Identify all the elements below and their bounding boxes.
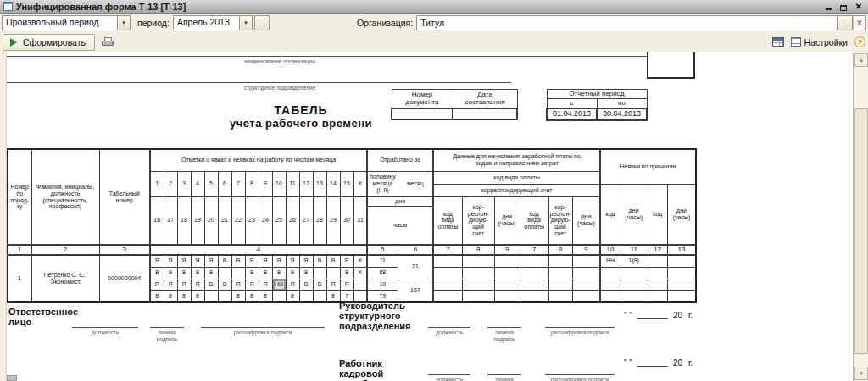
scroll-up-button[interactable]: ▲ [854, 53, 868, 67]
absence-dh-cell[interactable] [667, 267, 696, 279]
absence-code-cell[interactable]: НН [600, 255, 620, 267]
organization-input[interactable] [416, 15, 837, 30]
pay-cell[interactable] [494, 267, 520, 279]
day-mark-cell[interactable]: Я [326, 279, 340, 290]
pay-cell[interactable] [520, 267, 548, 279]
day-hours-cell[interactable]: 8 [191, 267, 204, 279]
row-number-cell[interactable]: 1 [8, 255, 31, 302]
chevron-down-icon[interactable]: ▼ [117, 16, 130, 30]
day-hours-cell[interactable] [218, 290, 231, 302]
day-mark-cell[interactable]: Я [245, 255, 259, 267]
table-view-icon[interactable] [772, 37, 784, 47]
days-half1-cell[interactable]: 11 [367, 255, 398, 267]
pay-cell[interactable] [494, 290, 520, 302]
absence-dh-cell[interactable] [667, 279, 696, 290]
absence-code-cell[interactable] [648, 290, 667, 302]
pay-cell[interactable] [494, 279, 520, 290]
pay-cell[interactable] [520, 290, 548, 302]
day-hours-cell[interactable] [231, 267, 245, 279]
close-button[interactable]: ✕ [853, 2, 865, 11]
day-hours-cell[interactable]: 8 [245, 267, 259, 279]
day-mark-cell[interactable]: Я [259, 279, 272, 290]
day-mark-cell[interactable]: Я [204, 255, 218, 267]
day-mark-cell[interactable]: В [326, 255, 340, 267]
day-mark-cell[interactable]: X [353, 255, 367, 267]
doc-number-value[interactable] [392, 108, 453, 119]
absence-dh-cell[interactable]: 1(8) [620, 255, 648, 267]
day-hours-cell[interactable]: X [353, 267, 367, 279]
absence-code-cell[interactable] [648, 267, 667, 279]
hours-month-cell[interactable]: 167 [398, 279, 433, 302]
absence-code-cell[interactable] [600, 290, 620, 302]
pay-cell[interactable] [494, 255, 520, 267]
pay-cell[interactable] [462, 255, 494, 267]
pay-cell[interactable] [548, 267, 572, 279]
pay-cell[interactable] [462, 279, 494, 290]
period-type-select[interactable]: Произвольный период ▼ [2, 15, 131, 30]
day-mark-cell[interactable]: Я [259, 255, 272, 267]
organization-clear-button[interactable]: ✕ [853, 15, 866, 30]
absence-dh-cell[interactable] [620, 279, 648, 290]
pay-cell[interactable] [572, 279, 600, 290]
day-hours-cell[interactable] [313, 267, 326, 279]
doc-date-value[interactable] [453, 108, 517, 119]
day-hours-cell[interactable]: 8 [150, 267, 164, 279]
pay-cell[interactable] [433, 279, 462, 290]
vertical-scrollbar[interactable]: ▲ ▼ [853, 52, 868, 381]
day-mark-cell[interactable]: В [313, 279, 326, 290]
day-hours-cell[interactable] [272, 290, 286, 302]
absence-code-cell[interactable] [600, 279, 620, 290]
restore-button[interactable] [837, 2, 849, 11]
day-mark-cell[interactable]: В [313, 255, 326, 267]
day-hours-cell[interactable]: 8 [150, 290, 164, 302]
pay-cell[interactable] [520, 279, 548, 290]
period-to-value[interactable]: 30.04.2013 [597, 108, 647, 120]
chevron-down-icon[interactable]: ▼ [239, 16, 252, 30]
day-mark-cell[interactable]: Я [340, 279, 353, 290]
day-mark-cell[interactable]: Я [191, 279, 204, 290]
pay-cell[interactable] [520, 255, 548, 267]
period-from-value[interactable]: 01.04.2013 [547, 108, 597, 120]
absence-code-cell[interactable] [648, 279, 667, 290]
period-more-button[interactable]: ... [254, 15, 270, 30]
period-select[interactable]: Апрель 2013 ▼ [173, 15, 253, 30]
pay-cell[interactable] [548, 255, 572, 267]
print-button[interactable] [98, 34, 117, 51]
day-mark-cell[interactable]: Я [150, 279, 164, 290]
day-mark-cell[interactable]: В [299, 279, 313, 290]
organization-select-button[interactable]: ... [837, 15, 853, 30]
day-mark-cell[interactable]: В [204, 279, 218, 290]
day-hours-cell[interactable]: 8 [286, 290, 299, 302]
absence-dh-cell[interactable] [620, 290, 648, 302]
pay-cell[interactable] [548, 279, 572, 290]
day-mark-cell[interactable]: В [218, 279, 231, 290]
day-mark-cell[interactable]: Я [150, 255, 164, 267]
absence-dh-cell[interactable] [667, 290, 696, 302]
day-hours-cell[interactable]: 8 [259, 290, 272, 302]
days-month-cell[interactable]: 21 [398, 255, 433, 279]
day-hours-cell[interactable]: 8 [191, 290, 204, 302]
selected-day-mark-cell[interactable]: НН [272, 279, 286, 290]
day-mark-cell[interactable]: Я [286, 279, 299, 290]
day-mark-cell[interactable]: В [231, 255, 245, 267]
day-mark-cell[interactable]: Я [177, 279, 191, 290]
day-hours-cell[interactable]: 8 [177, 267, 191, 279]
generate-button[interactable]: Сформировать [3, 34, 95, 51]
pay-cell[interactable] [433, 290, 462, 302]
pay-cell[interactable] [572, 290, 600, 302]
day-mark-cell[interactable] [353, 279, 367, 290]
pay-cell[interactable] [462, 290, 494, 302]
pay-cell[interactable] [433, 267, 462, 279]
day-mark-cell[interactable]: Я [164, 255, 177, 267]
day-hours-cell[interactable]: 8 [164, 267, 177, 279]
minimize-button[interactable] [822, 2, 834, 11]
day-hours-cell[interactable] [299, 290, 313, 302]
day-hours-cell[interactable]: 8 [231, 290, 245, 302]
day-mark-cell[interactable]: Я [340, 255, 353, 267]
day-hours-cell[interactable]: 8 [299, 267, 313, 279]
absence-code-cell[interactable] [648, 255, 667, 267]
day-mark-cell[interactable]: Я [177, 255, 191, 267]
absence-dh-cell[interactable] [620, 267, 648, 279]
day-mark-cell[interactable]: Я [231, 279, 245, 290]
employee-name-cell[interactable]: Петренко С. С., Экономист [31, 255, 99, 302]
